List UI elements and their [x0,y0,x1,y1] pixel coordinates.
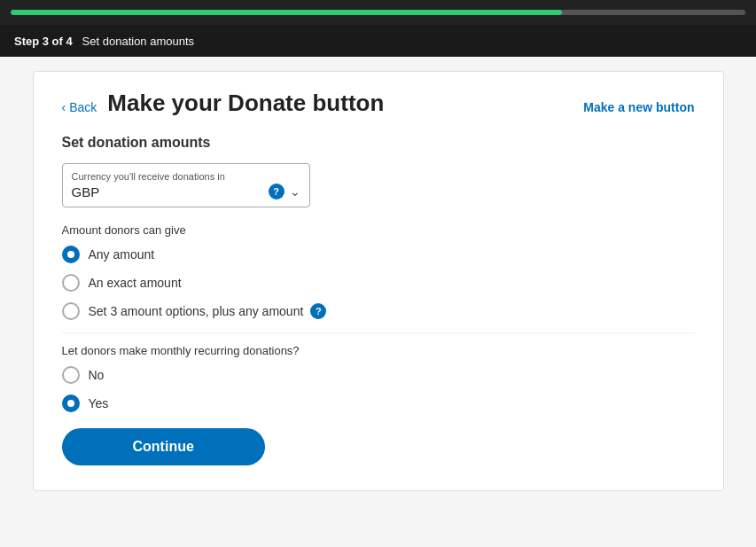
currency-help-icon[interactable]: ? [269,184,284,199]
back-link[interactable]: ‹ Back [62,100,97,114]
radio-with-help-three: Set 3 amount options, plus any amount ? [89,303,327,319]
amount-radio-group: Any amount An exact amount Set 3 amount … [62,246,695,320]
progress-track [11,10,745,15]
radio-btn-exact[interactable] [62,274,80,292]
radio-btn-three[interactable] [62,302,80,320]
left-top: ‹ Back Make your Donate button [62,90,385,117]
currency-dropdown-icon[interactable]: ⌄ [290,184,300,199]
continue-button[interactable]: Continue [62,428,265,465]
currency-row: GBP ? ⌄ [72,184,300,199]
main-content: ‹ Back Make your Donate button Make a ne… [33,71,724,491]
back-arrow-icon: ‹ [62,100,66,114]
radio-label-three: Set 3 amount options, plus any amount [89,304,304,318]
back-label: Back [69,100,97,114]
recurring-radio-group: No Yes [62,366,695,412]
radio-label-yes: Yes [89,396,109,410]
divider [62,332,695,333]
make-new-button[interactable]: Make a new button [583,100,694,114]
radio-label-exact: An exact amount [89,276,182,290]
recurring-label: Let donors make monthly recurring donati… [62,344,695,357]
radio-option-no[interactable]: No [62,366,695,384]
radio-option-exact[interactable]: An exact amount [62,274,695,292]
currency-icons: ? ⌄ [269,184,300,199]
currency-field[interactable]: Currency you'll receive donations in GBP… [62,163,310,207]
radio-btn-yes[interactable] [62,395,80,412]
page-header: ‹ Back Make your Donate button Make a ne… [62,90,695,117]
progress-bar-container [0,0,756,25]
radio-btn-no[interactable] [62,366,80,384]
radio-btn-any[interactable] [62,246,80,263]
progress-fill [11,10,562,15]
step-label: Step 3 of 4 Set donation amounts [14,35,194,48]
amount-group-label: Amount donors can give [62,223,695,237]
radio-option-any[interactable]: Any amount [62,246,695,263]
section-title: Set donation amounts [62,135,695,151]
currency-field-label: Currency you'll receive donations in [72,171,300,182]
page-title: Make your Donate button [107,90,384,117]
radio-label-any: Any amount [89,247,155,262]
amount-options-help-icon[interactable]: ? [310,303,326,319]
radio-option-three[interactable]: Set 3 amount options, plus any amount ? [62,302,695,320]
radio-label-no: No [89,368,105,382]
radio-option-yes[interactable]: Yes [62,395,695,412]
step-bar: Step 3 of 4 Set donation amounts [0,25,756,57]
currency-value: GBP [72,184,100,199]
